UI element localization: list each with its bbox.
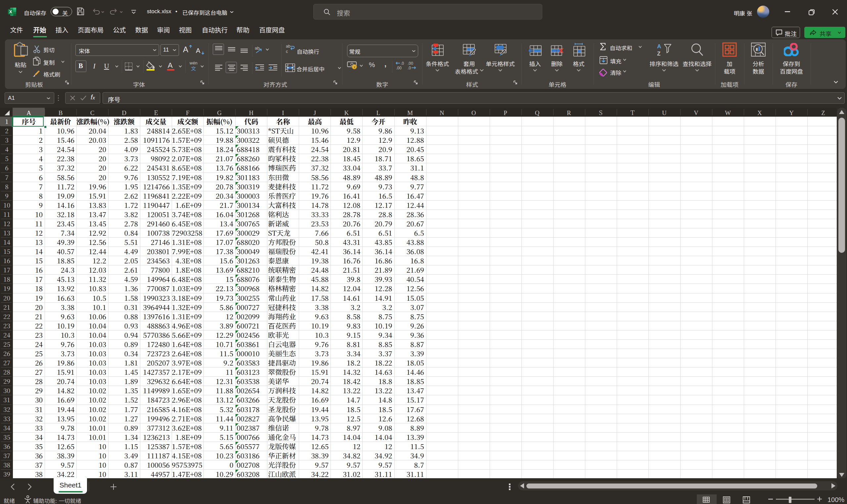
svg-text:A: A [168, 61, 173, 69]
svg-text:文: 文 [191, 65, 196, 71]
svg-text:ab: ab [286, 44, 291, 49]
svg-text:ab: ab [255, 46, 259, 51]
svg-text:A: A [657, 43, 661, 50]
svg-text:A: A [196, 47, 201, 54]
svg-text:X: X [9, 9, 12, 14]
svg-text:Z: Z [657, 51, 660, 57]
svg-text:c: c [286, 49, 288, 54]
svg-text:A: A [183, 45, 188, 54]
